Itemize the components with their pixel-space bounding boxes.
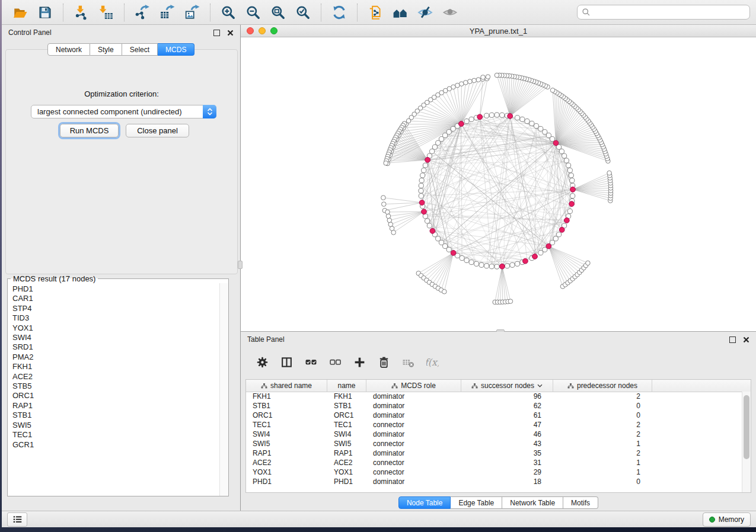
memory-button[interactable]: Memory <box>703 512 751 527</box>
float-panel-icon[interactable] <box>213 30 220 36</box>
mcds-node[interactable] <box>419 200 425 206</box>
table-scrollbar[interactable] <box>742 392 751 492</box>
mcds-node[interactable] <box>564 218 569 223</box>
table-row[interactable]: FKH1FKH1dominator962 <box>246 392 742 401</box>
mcds-node[interactable] <box>523 258 528 264</box>
mcds-node[interactable] <box>508 114 513 119</box>
table-row[interactable]: YOX1YOX1connector291 <box>246 467 742 477</box>
mcds-node[interactable] <box>422 209 427 214</box>
close-panel-button[interactable]: Close panel <box>126 124 189 137</box>
table-row[interactable]: SWI4SWI4dominator462 <box>246 430 742 439</box>
mcds-result-item[interactable]: TEC1 <box>12 430 219 440</box>
mcds-node[interactable] <box>532 254 538 259</box>
mcds-result-item[interactable]: SWI4 <box>12 333 219 342</box>
mcds-result-item[interactable]: RAP1 <box>12 401 219 411</box>
close-panel-icon[interactable] <box>227 30 234 36</box>
add-row-button[interactable] <box>353 356 366 368</box>
mcds-node[interactable] <box>500 264 505 269</box>
import-network-button[interactable] <box>71 2 92 23</box>
mcds-node[interactable] <box>569 201 575 207</box>
table-row[interactable]: PHD1PHD1dominator180 <box>246 477 742 486</box>
mcds-node[interactable] <box>451 251 456 256</box>
tab-motifs[interactable]: Motifs <box>563 496 598 509</box>
close-table-panel-icon[interactable] <box>743 336 749 343</box>
mcds-result-item[interactable]: GCR1 <box>12 440 219 450</box>
select-all-button[interactable] <box>305 356 317 368</box>
table-row[interactable]: RAP1RAP1dominator352 <box>246 448 742 458</box>
dropdown-stepper-icon[interactable] <box>203 105 216 118</box>
delete-row-button[interactable] <box>378 356 390 368</box>
export-table-button[interactable] <box>157 2 178 23</box>
tab-select[interactable]: Select <box>122 43 158 56</box>
zoom-fit-button[interactable] <box>267 2 289 23</box>
mcds-result-item[interactable]: ORC1 <box>12 391 219 400</box>
zoom-out-button[interactable] <box>243 2 264 23</box>
mcds-result-item[interactable]: STB5 <box>12 382 219 391</box>
tab-node-table[interactable]: Node Table <box>398 496 451 509</box>
column-header-MCDS-role[interactable]: MCDS role <box>366 380 461 392</box>
clone-network-button[interactable] <box>365 2 386 23</box>
zoom-selected-button[interactable] <box>292 2 314 23</box>
unselect-all-button[interactable] <box>329 356 342 368</box>
search-input[interactable] <box>594 8 745 17</box>
mcds-node[interactable] <box>425 158 430 163</box>
column-header-successor-nodes[interactable]: successor nodes <box>461 380 553 392</box>
table-row[interactable]: ORC1ORC1dominator610 <box>246 411 742 420</box>
mcds-result-scrollbar[interactable] <box>219 283 228 496</box>
column-header-name[interactable]: name <box>327 380 366 392</box>
mcds-result-item[interactable]: FKH1 <box>12 362 219 371</box>
mcds-result-item[interactable]: TID3 <box>12 313 219 323</box>
mcds-node[interactable] <box>559 227 564 233</box>
table-row[interactable]: TEC1TEC1connector472 <box>246 420 742 430</box>
close-window-icon[interactable] <box>247 27 254 34</box>
open-file-button[interactable] <box>9 2 31 23</box>
tab-edge-table[interactable]: Edge Table <box>451 496 502 509</box>
show-graphics-details-button[interactable] <box>439 2 461 23</box>
network-canvas[interactable] <box>241 37 756 331</box>
mcds-result-item[interactable]: ACE2 <box>12 372 219 382</box>
search-box[interactable] <box>577 5 750 20</box>
tab-mcds[interactable]: MCDS <box>158 43 194 56</box>
column-header-predecessor-nodes[interactable]: predecessor nodes <box>553 380 652 392</box>
vertical-splitter-handle[interactable] <box>238 261 243 269</box>
mcds-result-item[interactable]: SWI5 <box>12 421 219 430</box>
mcds-result-item[interactable]: SRD1 <box>12 342 219 352</box>
import-table-button[interactable] <box>95 2 117 23</box>
mcds-result-item[interactable]: CAR1 <box>12 294 219 303</box>
column-header-shared-name[interactable]: shared name <box>246 380 327 392</box>
zoom-in-button[interactable] <box>218 2 239 23</box>
table-row[interactable]: ACE2ACE2connector311 <box>246 458 742 467</box>
export-image-button[interactable] <box>181 2 203 23</box>
mcds-node[interactable] <box>459 121 464 127</box>
mcds-result-item[interactable]: YOX1 <box>12 323 219 333</box>
network-window: YPA_prune.txt_1 <box>241 25 756 332</box>
minimize-window-icon[interactable] <box>259 27 266 34</box>
tab-network-table[interactable]: Network Table <box>502 496 563 509</box>
table-row[interactable]: SWI5SWI5connector431 <box>246 439 742 448</box>
float-table-panel-icon[interactable] <box>729 336 736 343</box>
tab-network[interactable]: Network <box>47 43 90 56</box>
task-history-button[interactable] <box>7 512 27 527</box>
export-network-button[interactable] <box>132 2 153 23</box>
refresh-view-button[interactable] <box>328 2 350 23</box>
mcds-node[interactable] <box>546 243 551 249</box>
zoom-window-icon[interactable] <box>270 27 277 34</box>
run-mcds-button[interactable]: Run MCDS <box>60 124 119 137</box>
mcds-result-item[interactable]: PMA2 <box>12 352 219 362</box>
mcds-node[interactable] <box>553 140 559 146</box>
table-row[interactable]: STB1STB1dominator620 <box>246 401 742 411</box>
hide-graphics-details-button[interactable] <box>414 2 436 23</box>
table-settings-button[interactable] <box>256 356 269 368</box>
mcds-result-item[interactable]: STB1 <box>12 411 219 420</box>
save-session-button[interactable] <box>34 2 56 23</box>
first-neighbors-button[interactable] <box>390 2 411 23</box>
mcds-result-item[interactable]: STP4 <box>12 304 219 313</box>
tab-style[interactable]: Style <box>90 43 122 56</box>
table-scrollbar-thumb[interactable] <box>744 395 749 459</box>
optimization-criterion-dropdown[interactable]: largest connected component (undirected) <box>31 105 216 118</box>
mcds-node[interactable] <box>430 228 435 233</box>
mcds-node[interactable] <box>477 114 483 120</box>
mcds-result-item[interactable]: PHD1 <box>12 284 219 294</box>
mcds-node[interactable] <box>570 187 576 192</box>
split-columns-button[interactable] <box>280 356 293 368</box>
